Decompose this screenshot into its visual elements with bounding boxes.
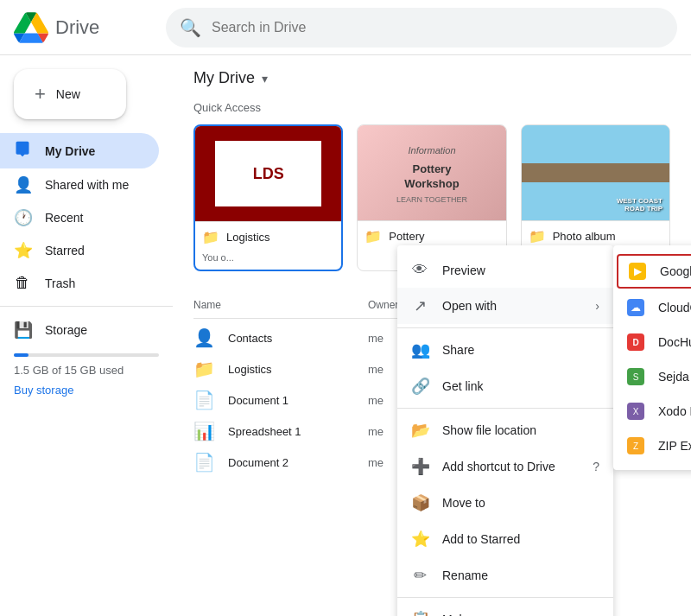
preview-icon: 👁 <box>411 261 428 279</box>
search-icon: 🔍 <box>180 17 201 38</box>
sidebar-item-label-recent: Recent <box>45 211 83 225</box>
sidebar-item-label-trash: Trash <box>45 276 75 290</box>
card-icon-photo: 📁 <box>529 228 546 244</box>
file-icon-doc1: 📄 <box>193 390 221 410</box>
submenu-label-cloudconvert: CloudConvert <box>658 301 691 314</box>
submenu-label-sejda: Sejda PDF <box>658 370 691 384</box>
dochub-icon: D <box>627 333 644 351</box>
context-menu-label-add-shortcut: Add shortcut to Drive <box>442 460 555 473</box>
sidebar-item-starred[interactable]: ⭐ Starred <box>0 234 159 267</box>
submenu-item-google-slides[interactable]: ▶ Google Slides <box>617 254 691 289</box>
submenu-label-xodo: Xodo PDF Reader & Annotator <box>658 404 691 418</box>
search-bar[interactable]: 🔍 <box>166 8 677 48</box>
storage-section: 1.5 GB of 15 GB used Buy storage <box>0 346 173 403</box>
logo: Drive <box>14 10 152 45</box>
context-menu-item-get-link[interactable]: 🔗 Get link <box>397 368 613 404</box>
file-name-logistics: Logistics <box>228 363 368 376</box>
storage-bar <box>14 353 159 357</box>
context-menu-item-make-copy[interactable]: 📋 Make a copy <box>397 601 613 616</box>
submenu-item-cloudconvert[interactable]: ☁ CloudConvert <box>613 290 691 325</box>
card-name-logistics: Logistics <box>226 231 270 244</box>
cloudconvert-icon: ☁ <box>627 299 644 316</box>
context-menu-label-add-starred: Add to Starred <box>442 532 520 546</box>
search-input[interactable] <box>212 20 663 35</box>
context-menu-item-show-location[interactable]: 📂 Show file location <box>397 412 613 448</box>
sidebar-item-recent[interactable]: 🕐 Recent <box>0 201 159 234</box>
submenu-item-sejda[interactable]: S Sejda PDF <box>613 359 691 394</box>
drive-title-text: My Drive <box>193 69 255 87</box>
sidebar: + New My Drive 👤 Shared with me 🕐 Recent… <box>0 55 173 616</box>
context-menu-label-get-link: Get link <box>442 379 483 393</box>
add-starred-icon: ⭐ <box>411 530 428 549</box>
submenu-label-dochub: DocHub - PDF Sign and Edit <box>658 335 691 349</box>
context-menu-label-make-copy: Make a copy <box>442 613 510 616</box>
submenu: ▶ Google Slides ☁ CloudConvert D DocHub … <box>613 245 691 470</box>
drive-title[interactable]: My Drive ▾ <box>193 69 670 87</box>
sidebar-item-storage[interactable]: 💾 Storage <box>0 314 159 346</box>
buy-storage-link[interactable]: Buy storage <box>14 384 159 397</box>
context-menu-item-move-to[interactable]: 📦 Move to <box>397 485 613 521</box>
context-menu-label-share: Share <box>442 343 474 357</box>
zip-icon: Z <box>627 437 644 454</box>
context-menu-label-open-with: Open with <box>442 299 497 313</box>
context-menu-item-preview[interactable]: 👁 Preview <box>397 252 613 288</box>
card-thumb-logistics: LDS <box>195 126 341 221</box>
card-thumb-pottery: Information PotteryWorkshop LEARN TOGETH… <box>358 125 505 220</box>
new-button[interactable]: + New <box>14 69 126 119</box>
sidebar-item-my-drive[interactable]: My Drive <box>0 133 159 168</box>
layout: + New My Drive 👤 Shared with me 🕐 Recent… <box>0 55 691 616</box>
my-drive-icon <box>14 140 31 162</box>
context-menu: 👁 Preview ↗ Open with › 👥 Share 🔗 Get li… <box>397 245 613 616</box>
context-menu-label-rename: Rename <box>442 568 488 582</box>
submenu-label-zip: ZIP Extractor <box>658 439 691 453</box>
new-button-label: New <box>56 87 80 101</box>
slides-icon: ▶ <box>629 263 646 280</box>
sidebar-item-label-storage: Storage <box>45 323 87 337</box>
starred-icon: ⭐ <box>14 241 31 260</box>
submenu-item-zip[interactable]: Z ZIP Extractor <box>613 429 691 463</box>
card-icon-pottery: 📁 <box>365 228 382 244</box>
sidebar-divider <box>0 306 173 307</box>
context-menu-item-open-with[interactable]: ↗ Open with › <box>397 288 613 324</box>
context-menu-item-add-shortcut[interactable]: ➕ Add shortcut to Drive ? <box>397 448 613 485</box>
submenu-item-dochub[interactable]: D DocHub - PDF Sign and Edit <box>613 325 691 359</box>
move-to-icon: 📦 <box>411 493 428 512</box>
card-sub-logistics: You o... <box>195 252 341 270</box>
storage-icon: 💾 <box>14 321 31 340</box>
menu-divider-2 <box>397 408 613 409</box>
menu-divider-3 <box>397 597 613 598</box>
file-name-sheet1: Spreadsheet 1 <box>228 425 368 438</box>
add-shortcut-icon: ➕ <box>411 457 428 476</box>
storage-label: 1.5 GB of 15 GB used <box>14 364 159 377</box>
context-menu-label-preview: Preview <box>442 264 485 277</box>
menu-divider-1 <box>397 327 613 328</box>
get-link-icon: 🔗 <box>411 377 428 396</box>
recent-icon: 🕐 <box>14 208 31 227</box>
context-menu-item-add-starred[interactable]: ⭐ Add to Starred <box>397 521 613 557</box>
trash-icon: 🗑 <box>14 274 31 292</box>
sidebar-item-trash[interactable]: 🗑 Trash <box>0 267 159 299</box>
open-with-icon: ↗ <box>411 296 428 315</box>
sidebar-item-label-shared: Shared with me <box>45 178 129 192</box>
show-location-icon: 📂 <box>411 421 428 440</box>
sidebar-item-shared[interactable]: 👤 Shared with me <box>0 168 159 201</box>
sejda-icon: S <box>627 368 644 385</box>
context-menu-item-share[interactable]: 👥 Share <box>397 332 613 368</box>
rename-icon: ✏ <box>411 566 428 585</box>
submenu-item-xodo[interactable]: X Xodo PDF Reader & Annotator <box>613 394 691 429</box>
card-name-photo: Photo album <box>553 230 616 243</box>
file-name-doc1: Document 1 <box>228 394 368 407</box>
quick-access-label: Quick Access <box>193 101 670 114</box>
file-icon-logistics: 📁 <box>193 359 221 379</box>
file-name-contacts: Contacts <box>228 332 368 345</box>
make-copy-icon: 📋 <box>411 610 428 616</box>
share-icon: 👥 <box>411 340 428 359</box>
file-icon-sheet1: 📊 <box>193 421 221 441</box>
context-menu-item-rename[interactable]: ✏ Rename <box>397 557 613 594</box>
card-icon-logistics: 📁 <box>202 229 219 245</box>
storage-bar-fill <box>14 353 29 357</box>
xodo-icon: X <box>627 403 644 420</box>
main-content: My Drive ▾ Quick Access LDS 📁 Logistics … <box>173 55 691 616</box>
new-plus-icon: + <box>35 83 46 105</box>
quick-card-logistics[interactable]: LDS 📁 Logistics You o... <box>193 124 343 271</box>
